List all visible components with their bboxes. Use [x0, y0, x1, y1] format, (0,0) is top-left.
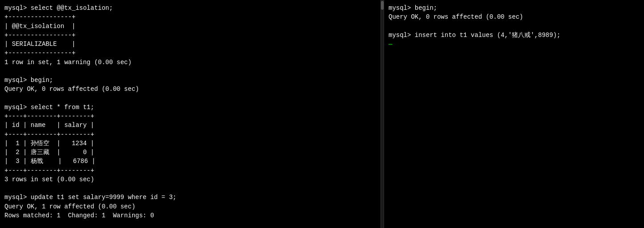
left-pane[interactable]: mysql> select @@tx_isolation; +---------… [0, 0, 381, 228]
right-cursor: — [389, 41, 392, 48]
pane-divider [381, 0, 384, 228]
right-line-4: — [389, 40, 640, 49]
line-6: +-----------------+ [4, 49, 376, 57]
line-11: +----+--------+--------+ [4, 112, 376, 121]
empty-3 [4, 184, 376, 193]
line-1: mysql> select @@tx_isolation; [4, 4, 376, 12]
line-8: mysql> begin; [4, 76, 376, 85]
line-2: +-----------------+ [4, 12, 376, 21]
right-line-3: mysql> insert into t1 values (4,'猪八戒',89… [389, 31, 640, 40]
line-4: +-----------------+ [4, 31, 376, 40]
right-empty-1 [389, 22, 640, 31]
line-15: | 2 | 唐三藏 | 0 | [4, 148, 376, 157]
line-12: | id | name | salary | [4, 121, 376, 130]
line-13: +----+--------+--------+ [4, 130, 376, 139]
line-17: +----+--------+--------+ [4, 166, 376, 175]
right-line-1: mysql> begin; [389, 4, 640, 12]
line-18: 3 rows in set (0.00 sec) [4, 175, 376, 184]
line-9: Query OK, 0 rows affected (0.00 sec) [4, 85, 376, 94]
left-pane-content: mysql> select @@tx_isolation; +---------… [4, 4, 376, 228]
line-14: | 1 | 孙悟空 | 1234 | [4, 139, 376, 148]
line-7: 1 row in set, 1 warning (0.00 sec) [4, 58, 376, 67]
line-19: mysql> update t1 set salary=9999 where i… [4, 193, 376, 202]
line-16: | 3 | 杨戬 | 6786 | [4, 157, 376, 166]
scrollbar-thumb[interactable] [381, 1, 384, 10]
right-pane[interactable]: mysql> begin; Query OK, 0 rows affected … [384, 0, 644, 228]
line-3: | @@tx_isolation | [4, 22, 376, 31]
right-line-2: Query OK, 0 rows affected (0.00 sec) [389, 12, 640, 21]
line-10: mysql> select * from t1; [4, 103, 376, 112]
empty-2 [4, 94, 376, 103]
empty-1 [4, 67, 376, 76]
line-20: Query OK, 1 row affected (0.00 sec) [4, 202, 376, 211]
right-pane-content: mysql> begin; Query OK, 0 rows affected … [389, 4, 640, 49]
line-5: | SERIALIZABLE | [4, 40, 376, 49]
empty-4 [4, 220, 376, 228]
line-21: Rows matched: 1 Changed: 1 Warnings: 0 [4, 211, 376, 220]
terminal-container: mysql> select @@tx_isolation; +---------… [0, 0, 644, 228]
